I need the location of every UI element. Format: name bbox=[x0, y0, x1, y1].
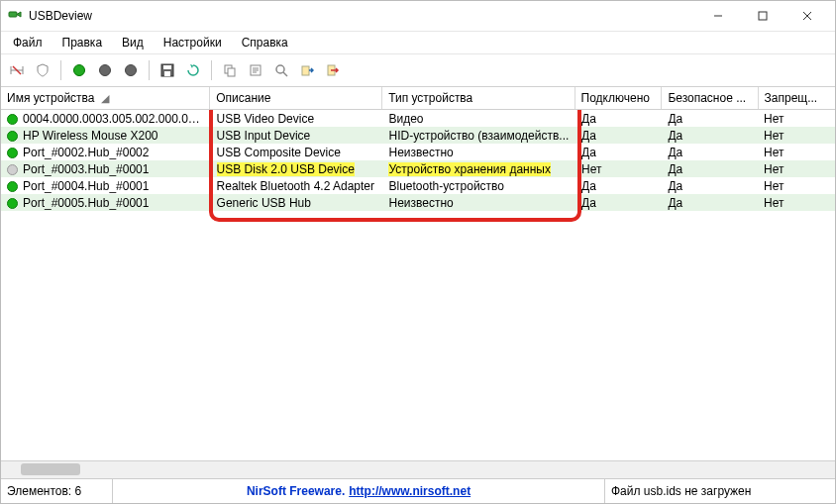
nirsoft-label: NirSoft Freeware. bbox=[247, 484, 345, 498]
description-text: Realtek Bluetooth 4.2 Adapter bbox=[217, 179, 374, 193]
description-text: USB Video Device bbox=[217, 112, 315, 126]
cell-device-type: Bluetooth-устройство bbox=[382, 179, 575, 193]
circle-blue-icon[interactable] bbox=[119, 58, 143, 82]
disconnect-icon[interactable] bbox=[5, 58, 29, 82]
col-device-name[interactable]: Имя устройства ◢ bbox=[1, 87, 210, 109]
cell-description: USB Disk 2.0 USB Device bbox=[211, 162, 383, 176]
cell-denied: Нет bbox=[758, 129, 835, 143]
menu-edit[interactable]: Правка bbox=[54, 34, 111, 51]
svg-rect-6 bbox=[228, 68, 235, 76]
device-name-text: Port_#0005.Hub_#0001 bbox=[23, 196, 149, 210]
cell-safe: Да bbox=[662, 112, 758, 126]
shield-icon[interactable] bbox=[31, 58, 54, 82]
cell-device-name: Port_#0004.Hub_#0001 bbox=[1, 179, 211, 193]
maximize-button[interactable] bbox=[740, 2, 784, 30]
col-label: Подключено bbox=[581, 91, 650, 105]
status-file-label: Файл usb.ids не загружен bbox=[611, 484, 751, 498]
cell-device-name: HP Wireless Mouse X200 bbox=[1, 129, 211, 143]
circle-green-icon[interactable] bbox=[67, 58, 91, 82]
svg-rect-4 bbox=[164, 71, 170, 76]
status-connected-icon bbox=[7, 114, 18, 125]
menu-settings[interactable]: Настройки bbox=[156, 34, 230, 51]
cell-device-name: Port_#0003.Hub_#0001 bbox=[1, 162, 211, 176]
status-connected-icon bbox=[7, 198, 18, 209]
status-connected-icon bbox=[7, 131, 18, 142]
nirsoft-link[interactable]: http://www.nirsoft.net bbox=[349, 484, 470, 498]
table-row[interactable]: HP Wireless Mouse X200USB Input DeviceHI… bbox=[1, 127, 835, 144]
device-type-text: Bluetooth-устройство bbox=[388, 179, 504, 193]
menu-view[interactable]: Вид bbox=[114, 34, 152, 51]
titlebar: USBDeview bbox=[1, 1, 835, 32]
cell-denied: Нет bbox=[758, 196, 835, 210]
description-text: USB Input Device bbox=[217, 129, 311, 143]
status-file: Файл usb.ids не загружен bbox=[605, 479, 835, 503]
cell-connected: Нет bbox=[575, 162, 662, 176]
col-description[interactable]: Описание bbox=[210, 87, 382, 109]
cell-safe: Да bbox=[662, 129, 758, 143]
cell-safe: Да bbox=[662, 179, 758, 193]
cell-device-type: Неизвестно bbox=[382, 146, 575, 159]
find-icon[interactable] bbox=[269, 58, 293, 82]
table-row[interactable]: Port_#0002.Hub_#0002USB Composite Device… bbox=[1, 144, 835, 160]
svg-rect-1 bbox=[759, 12, 767, 20]
copy-icon[interactable] bbox=[218, 58, 242, 82]
statusbar: Элементов: 6 NirSoft Freeware. http://ww… bbox=[1, 478, 835, 503]
description-text: USB Disk 2.0 USB Device bbox=[217, 162, 355, 176]
close-button[interactable] bbox=[784, 2, 829, 30]
horizontal-scrollbar[interactable] bbox=[1, 460, 835, 478]
table-row[interactable]: Port_#0003.Hub_#0001USB Disk 2.0 USB Dev… bbox=[1, 160, 835, 177]
circle-red-icon[interactable] bbox=[93, 58, 117, 82]
device-type-text: HID-устройство (взаимодейств... bbox=[388, 129, 569, 143]
device-type-text: Видео bbox=[388, 112, 423, 126]
status-disconnected-icon bbox=[7, 164, 18, 175]
cell-description: USB Video Device bbox=[211, 112, 383, 126]
table-header: Имя устройства ◢ Описание Тип устройства… bbox=[1, 87, 835, 110]
minimize-button[interactable] bbox=[695, 2, 740, 30]
table-row[interactable]: Port_#0005.Hub_#0001Generic USB HubНеизв… bbox=[1, 194, 835, 211]
exit-icon[interactable] bbox=[321, 58, 345, 82]
description-text: Generic USB Hub bbox=[217, 196, 311, 210]
toolbar bbox=[1, 54, 835, 87]
col-label: Тип устройства bbox=[388, 91, 472, 105]
refresh-icon[interactable] bbox=[181, 58, 205, 82]
svg-rect-9 bbox=[302, 66, 309, 75]
toolbar-separator bbox=[149, 60, 150, 80]
col-device-type[interactable]: Тип устройства bbox=[382, 87, 575, 109]
cell-device-type: Устройство хранения данных bbox=[382, 162, 575, 176]
cell-denied: Нет bbox=[758, 179, 835, 193]
svg-point-8 bbox=[276, 65, 284, 73]
cell-safe: Да bbox=[662, 196, 758, 210]
cell-description: Realtek Bluetooth 4.2 Adapter bbox=[211, 179, 383, 193]
menu-file[interactable]: Файл bbox=[5, 34, 51, 51]
menu-help[interactable]: Справка bbox=[234, 34, 296, 51]
save-icon[interactable] bbox=[156, 58, 179, 82]
cell-device-name: Port_#0002.Hub_#0002 bbox=[1, 146, 211, 159]
cell-device-type: Видео bbox=[382, 112, 575, 126]
status-connected-icon bbox=[7, 148, 18, 158]
cell-device-type: Неизвестно bbox=[382, 196, 575, 210]
table-row[interactable]: 0004.0000.0003.005.002.000.000.0...USB V… bbox=[1, 110, 835, 127]
properties-icon[interactable] bbox=[244, 58, 267, 82]
col-label: Безопасное ... bbox=[668, 91, 746, 105]
app-icon bbox=[7, 8, 23, 24]
export-icon[interactable] bbox=[295, 58, 319, 82]
table-row[interactable]: Port_#0004.Hub_#0001Realtek Bluetooth 4.… bbox=[1, 177, 835, 194]
device-name-text: HP Wireless Mouse X200 bbox=[23, 129, 158, 143]
svg-rect-3 bbox=[163, 65, 171, 69]
device-type-text: Устройство хранения данных bbox=[388, 162, 550, 176]
table-body: 0004.0000.0003.005.002.000.000.0...USB V… bbox=[1, 110, 835, 460]
status-connected-icon bbox=[7, 181, 18, 192]
svg-rect-0 bbox=[9, 12, 17, 17]
col-safe[interactable]: Безопасное ... bbox=[662, 87, 758, 109]
status-link-cell: NirSoft Freeware. http://www.nirsoft.net bbox=[113, 479, 605, 503]
cell-device-name: 0004.0000.0003.005.002.000.000.0... bbox=[1, 112, 211, 126]
device-name-text: Port_#0004.Hub_#0001 bbox=[23, 179, 149, 193]
toolbar-separator bbox=[60, 60, 61, 80]
device-type-text: Неизвестно bbox=[388, 196, 453, 210]
toolbar-separator bbox=[211, 60, 212, 80]
scrollbar-thumb[interactable] bbox=[21, 463, 80, 475]
col-label: Описание bbox=[216, 91, 270, 105]
col-connected[interactable]: Подключено bbox=[575, 87, 663, 109]
cell-denied: Нет bbox=[758, 112, 835, 126]
col-denied[interactable]: Запрещ... bbox=[759, 87, 835, 109]
